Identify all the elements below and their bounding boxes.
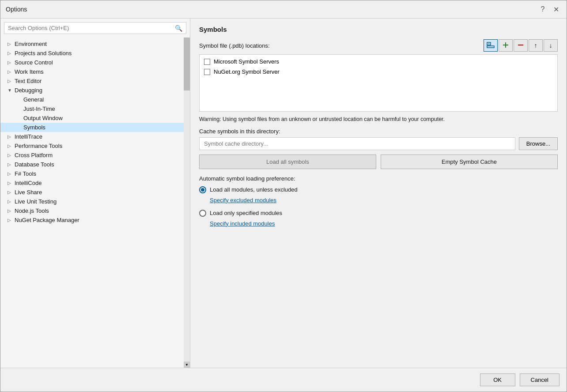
tree-item-label: Text Editor [15,78,42,84]
tree-item-database-tools[interactable]: ▷ Database Tools [0,160,184,169]
tree-item-label: Environment [15,41,47,47]
tree-item-environment[interactable]: ▷ Environment [0,39,184,49]
microsoft-server-checkbox[interactable] [204,59,210,65]
search-box: 🔍 [4,22,186,34]
radio-load-specified-label: Load only specified modules [210,210,282,216]
tree-item-nodejs-tools[interactable]: ▷ Node.js Tools [0,206,184,215]
tree-item-label: Just-In-Time [23,106,55,112]
scroll-thumb[interactable] [184,38,190,90]
tree-item-work-items[interactable]: ▷ Work Items [0,67,184,76]
radio-load-all[interactable] [199,186,206,193]
tree-item-cross-platform[interactable]: ▷ Cross Platform [0,151,184,160]
arrow-icon: ▼ [8,88,13,93]
tree-item-label: Symbols [23,124,45,131]
svg-rect-1 [487,46,494,48]
arrow-icon: ▷ [8,162,13,167]
cancel-button[interactable]: Cancel [520,373,559,386]
auto-pref-label: Automatic symbol loading preference: [199,175,558,182]
title-buttons: ? ✕ [537,4,561,15]
folder-list-icon [487,41,495,50]
arrow-icon: ▷ [8,143,13,148]
folder-list-button[interactable] [484,39,498,52]
nuget-server-checkbox[interactable] [204,69,210,75]
svg-rect-4 [503,45,508,45]
arrow-icon: ▷ [8,51,13,56]
arrow-icon: ▷ [8,60,13,65]
tree-item-label: Work Items [15,68,44,75]
nuget-server-label: NuGet.org Symbol Server [214,68,280,75]
tree-item-label: Performance Tools [15,143,62,149]
tree-item-source-control[interactable]: ▷ Source Control [0,58,184,67]
radio-item-load-specified: Load only specified modules [199,210,558,217]
tree-item-intellicode[interactable]: ▷ IntelliCode [0,178,184,188]
left-panel: 🔍 ▲ ▼ ▷ Environment ▷ [0,19,190,368]
specify-included-link[interactable]: Specify included modules [210,220,558,227]
move-up-button[interactable]: ↑ [529,39,543,52]
tree-item-live-share[interactable]: ▷ Live Share [0,188,184,197]
tree-item-projects-solutions[interactable]: ▷ Projects and Solutions [0,49,184,58]
cache-directory-input[interactable] [199,137,515,150]
search-input[interactable] [4,23,171,34]
help-button[interactable]: ? [537,4,548,15]
tree-item-performance-tools[interactable]: ▷ Performance Tools [0,141,184,151]
ok-button[interactable]: OK [480,373,515,386]
svg-rect-5 [518,45,523,45]
toolbar-buttons: ↑ ↓ [484,39,558,52]
tree-item-fsharp-tools[interactable]: ▷ F# Tools [0,169,184,178]
title-bar: Options ? ✕ [0,0,567,19]
arrow-icon: ▷ [8,171,13,176]
radio-load-specified[interactable] [199,210,206,217]
tree-item-live-unit-testing[interactable]: ▷ Live Unit Testing [0,197,184,206]
tree-item-label: Debugging [15,87,42,94]
tree-item-text-editor[interactable]: ▷ Text Editor [0,76,184,86]
options-dialog: Options ? ✕ 🔍 ▲ ▼ [0,0,567,392]
arrow-icon: ▷ [8,41,13,46]
symbol-server-item-nuget: NuGet.org Symbol Server [201,67,556,77]
specify-excluded-link[interactable]: Specify excluded modules [210,197,558,204]
tree-item-just-in-time[interactable]: Just-In-Time [0,104,184,113]
arrow-icon: ▷ [8,181,13,185]
bottom-bar: OK Cancel [0,368,567,392]
tree-item-label: Cross Platform [15,152,53,158]
tree-item-label: NuGet Package Manager [15,217,79,223]
tree-item-label: Node.js Tools [15,207,49,214]
remove-button[interactable] [514,39,528,52]
radio-item-load-all: Load all modules, unless excluded [199,186,558,193]
arrow-icon: ▷ [8,79,13,83]
warning-text: Warning: Using symbol files from an unkn… [199,115,558,124]
remove-icon [517,41,524,50]
add-icon [502,41,509,50]
radio-dot [201,188,204,192]
add-button[interactable] [499,39,513,52]
arrow-icon: ▷ [8,134,13,139]
search-button[interactable]: 🔍 [171,23,186,34]
symbol-server-item-microsoft: Microsoft Symbol Servers [201,57,556,67]
right-panel: Symbols Symbol file (.pdb) locations: [190,19,567,368]
section-title: Symbols [199,26,558,33]
arrow-icon: ▷ [8,190,13,195]
load-all-symbols-button[interactable]: Load all symbols [199,155,376,169]
scroll-down-arrow[interactable]: ▼ [184,362,190,368]
empty-symbol-cache-button[interactable]: Empty Symbol Cache [381,155,558,169]
microsoft-server-label: Microsoft Symbol Servers [214,58,279,65]
tree-item-debugging[interactable]: ▼ Debugging [0,86,184,95]
tree-item-label: Live Unit Testing [15,198,57,205]
browse-button[interactable]: Browse... [519,137,558,150]
tree-item-label: Live Share [15,189,42,196]
arrow-icon: ▷ [8,199,13,204]
tree-item-output-window[interactable]: Output Window [0,113,184,123]
tree-item-label: IntelliTrace [15,133,42,140]
move-down-button[interactable]: ↓ [544,39,558,52]
tree-item-symbols[interactable]: Symbols [0,123,184,132]
tree-item-intellitrace[interactable]: ▷ IntelliTrace [0,132,184,141]
move-down-icon: ↓ [549,42,552,49]
action-row: Load all symbols Empty Symbol Cache [199,155,558,169]
tree-item-general[interactable]: General [0,95,184,104]
radio-load-all-label: Load all modules, unless excluded [210,186,298,193]
radio-group: Load all modules, unless excluded Specif… [199,186,558,230]
tree-item-label: Projects and Solutions [15,50,72,57]
arrow-icon: ▷ [8,218,13,222]
close-button[interactable]: ✕ [551,4,561,15]
tree-item-nuget-package-manager[interactable]: ▷ NuGet Package Manager [0,215,184,225]
symbol-list-box: Microsoft Symbol Servers NuGet.org Symbo… [199,54,558,112]
